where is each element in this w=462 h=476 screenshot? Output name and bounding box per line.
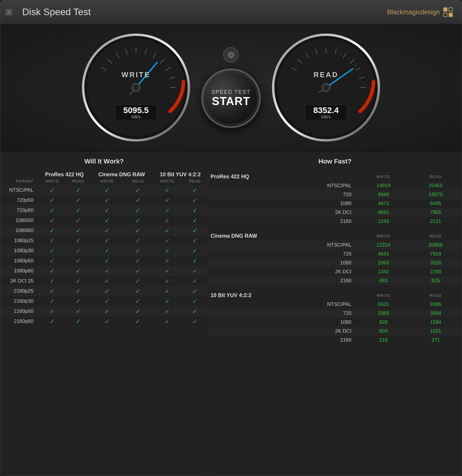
check-cell: ✓ — [124, 286, 153, 296]
col-group-header-row: ProRes 422 HQ Cinema DNG RAW 10 Bit YUV … — [0, 170, 208, 178]
svg-point-32 — [230, 53, 232, 56]
prores-write-sub: WRITE — [38, 178, 66, 185]
write-val: 1243 — [357, 217, 410, 226]
format-cell: 1080 — [208, 318, 357, 327]
write-val: 604 — [357, 327, 410, 336]
settings-button[interactable] — [223, 47, 239, 63]
format-cell: NTSC/PAL — [0, 185, 38, 195]
start-button[interactable]: SPEED TEST START — [201, 69, 261, 128]
table-row: 1080p30 ✓ ✓ ✓ ✓ ✓ ✓ — [0, 246, 208, 256]
read-val: 3520 — [409, 258, 462, 267]
format-sub-label: FORMAT — [0, 178, 38, 185]
how-fast-body: ProRes 422 HQ WRITE READ NTSC/PAL 14919 … — [208, 170, 462, 345]
check-cell: ✓ — [66, 276, 91, 286]
check-cell: ✓ — [182, 276, 208, 286]
app-window: x Disk Speed Test Blackmagicdesign — [0, 0, 462, 476]
svg-text:5095.5: 5095.5 — [123, 106, 149, 115]
table-row: 720p50 ✓ ✓ ✓ ✓ ✓ ✓ — [0, 195, 208, 205]
write-val: 12224 — [357, 241, 410, 250]
close-button[interactable]: x — [6, 9, 12, 15]
read-val: 825 — [409, 276, 462, 285]
group-header-row: 10 Bit YUV 4:2:2 WRITE READ — [208, 289, 462, 300]
check-cell: ✓ — [66, 306, 91, 316]
group-name: 10 Bit YUV 4:2:2 — [208, 289, 357, 300]
read-val: 20858 — [409, 241, 462, 250]
read-gauge: READ 8352.4 MB/s — [270, 31, 382, 144]
read-val: 25455 — [409, 181, 462, 190]
cinema-dng-col-header: Cinema DNG RAW — [91, 170, 153, 178]
read-val: 2290 — [409, 267, 462, 276]
yuv-write-sub: WRITE — [153, 178, 182, 185]
yuv-read-sub: READ — [182, 178, 208, 185]
brand-sq-1 — [443, 7, 447, 12]
table-row: 2160p60 ✓ ✓ ✓ ✓ ✓ ✓ — [0, 316, 208, 326]
check-cell: ✓ — [38, 266, 66, 276]
check-cell: ✓ — [124, 236, 153, 246]
check-cell: ✓ — [182, 195, 208, 205]
read-val: 2121 — [409, 217, 462, 226]
write-val: 4973 — [357, 199, 410, 208]
format-cell: NTSC/PAL — [208, 241, 357, 250]
format-cell: 2160 — [208, 217, 357, 226]
table-section: Will It Work? ProRes 422 HQ Cinema DNG R… — [0, 152, 462, 476]
list-item: 720 2089 3564 — [208, 309, 462, 318]
brand-sq-4 — [449, 13, 453, 17]
check-cell: ✓ — [182, 296, 208, 306]
check-cell: ✓ — [124, 226, 153, 236]
svg-line-38 — [233, 57, 234, 58]
write-val: 928 — [357, 318, 410, 327]
check-cell: ✓ — [91, 185, 123, 195]
check-cell: ✓ — [182, 185, 208, 195]
group-header-row: Cinema DNG RAW WRITE READ — [208, 229, 462, 241]
check-cell: ✓ — [124, 215, 153, 226]
check-cell: ✓ — [66, 195, 91, 205]
svg-text:WRITE: WRITE — [121, 71, 150, 79]
check-cell: ✓ — [91, 306, 123, 316]
will-it-work-title: Will It Work? — [0, 158, 208, 165]
read-val: 1031 — [409, 327, 462, 336]
check-cell: ✓ — [38, 306, 66, 316]
group-name: ProRes 422 HQ — [208, 170, 357, 181]
format-cell: 1080p60 — [0, 266, 38, 276]
check-cell: ✓ — [153, 256, 182, 266]
brand-sq-3 — [443, 13, 447, 17]
check-cell: ✓ — [153, 296, 182, 306]
format-cell: 1080i60 — [0, 226, 38, 236]
prores-read-sub: READ — [66, 178, 91, 185]
list-item: 2160 1243 2121 — [208, 217, 462, 226]
check-cell: ✓ — [38, 236, 66, 246]
check-cell: ✓ — [124, 205, 153, 215]
format-cell: 720 — [208, 309, 357, 318]
divider-row — [208, 285, 462, 289]
format-cell: NTSC/PAL — [208, 300, 357, 309]
check-cell: ✓ — [153, 276, 182, 286]
read-val: 16970 — [409, 190, 462, 199]
write-val: 2089 — [357, 309, 410, 318]
write-val: 5501 — [357, 300, 410, 309]
read-val: 7955 — [409, 208, 462, 217]
cinema-write-sub: WRITE — [91, 178, 123, 185]
check-cell: ✓ — [38, 256, 66, 266]
check-cell: ✓ — [182, 256, 208, 266]
check-cell: ✓ — [153, 266, 182, 276]
check-cell: ✓ — [38, 286, 66, 296]
check-cell: ✓ — [182, 306, 208, 316]
list-item: NTSC/PAL 12224 20858 — [208, 241, 462, 250]
check-cell: ✓ — [38, 296, 66, 306]
table-row: 720p60 ✓ ✓ ✓ ✓ ✓ ✓ — [0, 205, 208, 215]
format-cell: 720 — [208, 250, 357, 258]
format-cell: 2K DCI — [208, 267, 357, 276]
check-cell: ✓ — [66, 266, 91, 276]
yuv-col-header: 10 Bit YUV 4:2:2 — [153, 170, 208, 178]
list-item: NTSC/PAL 5501 9386 — [208, 300, 462, 309]
format-cell: 1080p50 — [0, 256, 38, 266]
table-row: 2160p25 ✓ ✓ ✓ ✓ ✓ ✓ — [0, 286, 208, 296]
check-cell: ✓ — [153, 195, 182, 205]
table-row: 2160p30 ✓ ✓ ✓ ✓ ✓ ✓ — [0, 296, 208, 306]
write-val: 4641 — [357, 250, 410, 258]
write-val: 2063 — [357, 258, 410, 267]
write-val: 14919 — [357, 181, 410, 190]
how-fast-panel: How Fast? ProRes 422 HQ WRITE READ NTSC/… — [208, 152, 462, 476]
will-it-work-panel: Will It Work? ProRes 422 HQ Cinema DNG R… — [0, 152, 208, 476]
brand-sq-2 — [449, 7, 453, 12]
